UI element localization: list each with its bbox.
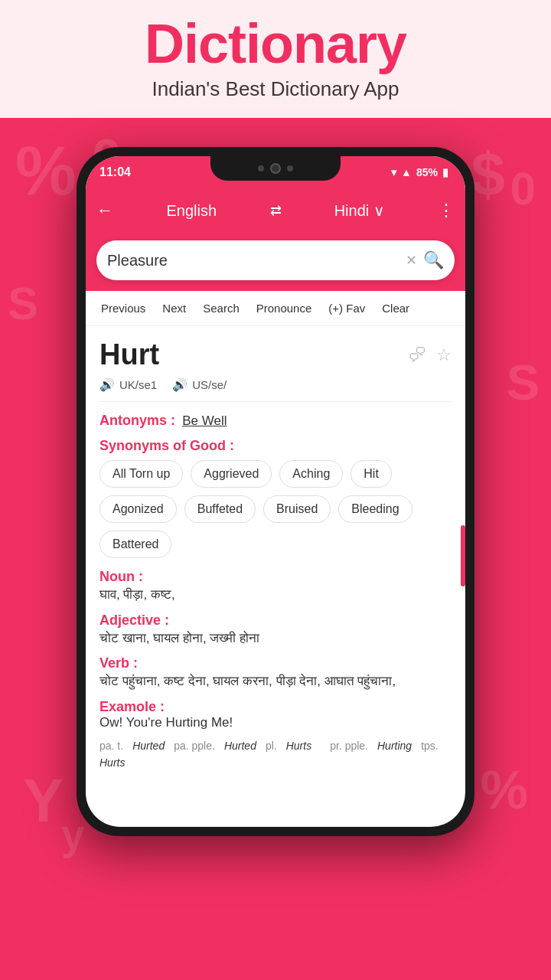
word-title: Hurt xyxy=(99,338,159,371)
pron-us-text: US/se/ xyxy=(192,378,227,391)
clear-button[interactable]: Clear xyxy=(374,297,417,319)
form-value-1: Hurted xyxy=(224,740,256,753)
action-row: Previous Next Search Pronounce (+) Fav C… xyxy=(86,291,465,326)
synonym-chip-7[interactable]: Bleeding xyxy=(338,495,412,523)
bg-area: % 0 $ 0 Y y % S S 11:04 ▾ ▲ 85% xyxy=(0,124,551,882)
verb-text: चोट पहुंचाना, कष्ट देना, घायल करना, पीड़… xyxy=(99,671,452,691)
form-value-4: Hurts xyxy=(99,756,125,769)
synonym-chip-0[interactable]: All Torn up xyxy=(99,460,183,488)
search-icon[interactable]: 🔍 xyxy=(423,250,444,270)
form-value-2: Hurts xyxy=(286,740,311,753)
synonym-chip-3[interactable]: Hit xyxy=(350,460,392,488)
antonyms-label: Antonyms : xyxy=(99,413,175,428)
synonym-chip-2[interactable]: Aching xyxy=(279,460,343,488)
example-label: Examole : xyxy=(99,699,165,714)
form-label-4: tps. xyxy=(421,740,439,753)
clear-icon[interactable]: ✕ xyxy=(406,252,417,269)
status-time: 11:04 xyxy=(99,165,131,179)
scroll-indicator xyxy=(461,525,465,586)
word-forms-row: pa. t. Hurted pa. pple. Hurted pl. Hurts… xyxy=(99,740,452,769)
word-title-row: Hurt 🗪 ☆ xyxy=(99,338,452,371)
notch xyxy=(210,156,341,181)
form-label-0: pa. t. xyxy=(99,740,123,753)
synonym-chip-5[interactable]: Buffeted xyxy=(184,495,256,523)
antonym-link[interactable]: Be Well xyxy=(182,413,227,428)
pron-uk-text: UK/se1 xyxy=(119,378,157,391)
search-bar-container: ✕ 🔍 xyxy=(86,233,465,291)
app-title: Dictionary xyxy=(8,14,543,74)
previous-button[interactable]: Previous xyxy=(93,297,153,319)
adjective-label: Adjective : xyxy=(99,612,169,628)
synonym-chip-6[interactable]: Bruised xyxy=(263,495,331,523)
adjective-section: Adjective : चोट खाना, घायल होना, जख्मी ह… xyxy=(99,612,452,648)
search-button[interactable]: Search xyxy=(195,297,247,319)
fav-button[interactable]: (+) Fav xyxy=(321,297,373,319)
lang-from[interactable]: English xyxy=(121,202,262,220)
phone-inner: 11:04 ▾ ▲ 85% ▮ ← English ⇄ Hindi ∨ ⋮ xyxy=(86,156,465,827)
synonym-chip-8[interactable]: Battered xyxy=(99,531,171,558)
example-text: Ow! You're Hurting Me! xyxy=(99,715,452,730)
pron-us[interactable]: 🔊 US/se/ xyxy=(172,377,227,392)
favorite-icon[interactable]: ☆ xyxy=(436,345,452,365)
app-header: ← English ⇄ Hindi ∨ ⋮ xyxy=(86,188,465,233)
next-button[interactable]: Next xyxy=(155,297,194,319)
lang-to[interactable]: Hindi ∨ xyxy=(289,201,431,220)
word-icons: 🗪 ☆ xyxy=(409,345,452,365)
antonyms-text: Be Well xyxy=(178,413,227,428)
noun-section: Noun : घाव, पीड़ा, कष्ट, xyxy=(99,569,452,605)
battery-label: 85% xyxy=(416,166,438,178)
noun-text: घाव, पीड़ा, कष्ट, xyxy=(99,585,452,605)
pronounce-button[interactable]: Pronounce xyxy=(249,297,320,319)
noun-label: Noun : xyxy=(99,569,143,584)
app-subtitle: Indian's Best Dictionary App xyxy=(8,77,543,101)
red-divider xyxy=(0,118,551,124)
pronunciation-row: 🔊 UK/se1 🔊 US/se/ xyxy=(99,377,452,402)
speaker-uk-icon: 🔊 xyxy=(99,377,115,392)
form-value-3: Hurting xyxy=(377,740,412,753)
notch-sensor xyxy=(258,165,264,172)
status-right: ▾ ▲ 85% ▮ xyxy=(391,166,448,178)
form-value-0: Hurted xyxy=(132,740,165,753)
notch-sensor-right xyxy=(287,165,293,172)
example-section: Examole : Ow! You're Hurting Me! xyxy=(99,699,452,730)
verb-label: Verb : xyxy=(99,655,138,671)
content-area: Hurt 🗪 ☆ 🔊 UK/se1 🔊 US/se/ xyxy=(86,326,465,786)
synonyms-chips: All Torn up Aggrieved Aching Hit Agonize… xyxy=(99,460,452,558)
adjective-text: चोट खाना, घायल होना, जख्मी होना xyxy=(99,629,452,648)
synonym-chip-1[interactable]: Aggrieved xyxy=(191,460,272,488)
phone-frame: 11:04 ▾ ▲ 85% ▮ ← English ⇄ Hindi ∨ ⋮ xyxy=(77,147,474,836)
synonym-chip-4[interactable]: Agonized xyxy=(99,495,177,523)
form-label-1: pa. pple. xyxy=(174,740,215,753)
listen-icon[interactable]: 🗪 xyxy=(409,345,425,365)
speaker-us-icon: 🔊 xyxy=(172,377,187,392)
wifi-icon: ▾ xyxy=(391,166,396,178)
lang-swap-icon[interactable]: ⇄ xyxy=(270,202,282,219)
synonyms-label: Synonyms of Good : xyxy=(99,438,452,454)
top-banner: Dictionary Indian's Best Dictionary App xyxy=(0,0,551,118)
form-label-2: pl. xyxy=(266,740,277,753)
battery-icon: ▮ xyxy=(442,166,448,178)
notch-camera xyxy=(270,163,281,174)
search-input[interactable] xyxy=(107,252,406,270)
back-button[interactable]: ← xyxy=(96,201,113,220)
menu-button[interactable]: ⋮ xyxy=(438,201,455,220)
verb-section: Verb : चोट पहुंचाना, कष्ट देना, घायल करन… xyxy=(99,655,452,691)
pron-uk[interactable]: 🔊 UK/se1 xyxy=(99,377,157,392)
antonyms-section: Antonyms : Be Well xyxy=(99,413,452,429)
signal-icon: ▲ xyxy=(401,166,412,178)
search-input-wrap: ✕ 🔍 xyxy=(96,240,455,280)
form-label-3: pr. pple. xyxy=(330,740,368,753)
synonyms-section: Synonyms of Good : All Torn up Aggrieved… xyxy=(99,438,452,558)
